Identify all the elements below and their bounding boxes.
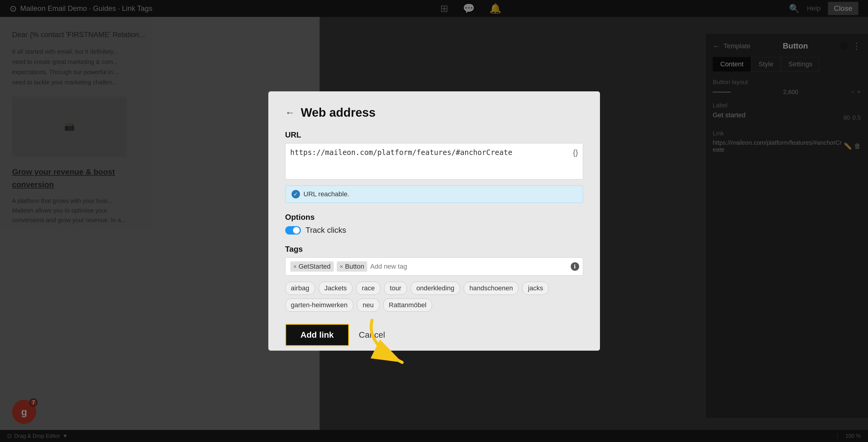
web-address-modal: ← Web address URL https://maileon.com/pl… xyxy=(268,91,600,351)
cancel-button[interactable]: Cancel xyxy=(359,330,385,340)
modal-header: ← Web address xyxy=(285,106,583,119)
options-section: Options Track clicks xyxy=(285,213,583,235)
add-link-button[interactable]: Add link xyxy=(285,324,349,346)
tag-label-getstarted: GetStarted xyxy=(299,263,331,271)
tags-section: Tags × GetStarted × Button ℹ airbag Jack… xyxy=(285,245,583,312)
tag-suggestion-garten[interactable]: garten-heimwerken xyxy=(285,298,353,312)
tag-suggestion-jackets[interactable]: Jackets xyxy=(319,282,353,295)
tag-suggestion-race[interactable]: race xyxy=(356,282,380,295)
url-input-wrapper: https://maileon.com/platform/features/#a… xyxy=(285,143,583,181)
tag-suggestion-jacks[interactable]: jacks xyxy=(522,282,549,295)
tag-suggestion-tour[interactable]: tour xyxy=(384,282,407,295)
modal-back-button[interactable]: ← xyxy=(285,107,295,118)
track-clicks-toggle[interactable] xyxy=(285,226,301,234)
tag-chip-button[interactable]: × Button xyxy=(337,261,367,272)
tag-remove-getstarted[interactable]: × xyxy=(293,263,297,270)
url-section: URL https://maileon.com/platform/feature… xyxy=(285,130,583,203)
options-label: Options xyxy=(285,213,583,222)
tag-suggestion-rattanmoebel[interactable]: Rattanmöbel xyxy=(383,298,432,312)
tag-suggestion-neu[interactable]: neu xyxy=(357,298,379,312)
tags-label: Tags xyxy=(285,245,583,254)
tag-chip-getstarted[interactable]: × GetStarted xyxy=(290,261,334,272)
url-label: URL xyxy=(285,130,583,139)
modal-title: Web address xyxy=(301,106,376,119)
url-status-bar: ✓ URL reachable. xyxy=(285,185,583,203)
tag-label-button: Button xyxy=(345,263,364,271)
track-clicks-row: Track clicks xyxy=(285,225,583,235)
tags-info-button[interactable]: ℹ xyxy=(571,262,579,271)
tag-suggestions: airbag Jackets race tour onderkleding ha… xyxy=(285,282,583,312)
tag-suggestion-onderkleding[interactable]: onderkleding xyxy=(411,282,460,295)
track-clicks-label: Track clicks xyxy=(306,225,346,235)
tag-suggestion-airbag[interactable]: airbag xyxy=(285,282,315,295)
tag-suggestion-handschoenen[interactable]: handschoenen xyxy=(464,282,519,295)
tags-input[interactable] xyxy=(370,263,578,271)
url-status-text: URL reachable. xyxy=(304,190,349,198)
tag-remove-button[interactable]: × xyxy=(340,263,343,270)
url-check-icon: ✓ xyxy=(291,190,300,198)
toggle-knob xyxy=(293,227,300,234)
template-var-icon[interactable]: {} xyxy=(573,148,578,157)
modal-footer: Add link Cancel xyxy=(285,324,583,346)
tags-input-wrapper[interactable]: × GetStarted × Button ℹ xyxy=(285,257,583,276)
url-input[interactable]: https://maileon.com/platform/features/#a… xyxy=(285,143,583,179)
